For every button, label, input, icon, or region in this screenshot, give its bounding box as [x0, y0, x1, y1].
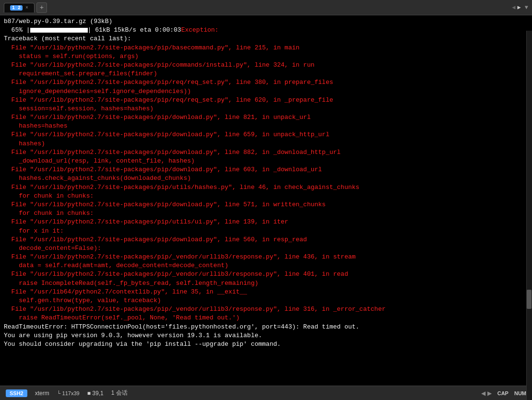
terminal-wrapper: b87/web.py-0.39.tar.gz (93kB) 65% || 61k… [0, 15, 532, 386]
tab-close-button[interactable]: × [25, 5, 28, 11]
tab-container: 1 2 × + [4, 2, 47, 13]
status-arrow-left[interactable]: ◀ [481, 390, 485, 397]
terminal[interactable]: b87/web.py-0.39.tar.gz (93kB) 65% || 61k… [0, 15, 532, 386]
title-bar-right: ◀ ▶ ▼ [512, 4, 528, 11]
ssh2-label: SSH2 [6, 389, 27, 397]
traceback-line-19: File "/usr/lib/python2.7/site-packages/p… [4, 201, 326, 208]
traceback-line-1: File "/usr/lib/python2.7/site-packages/p… [4, 44, 299, 51]
xterm-label: xterm [35, 390, 49, 397]
session-count: 1 会话 [111, 389, 128, 397]
traceback-line-16: hashes.check_against_chunks(downloaded_c… [4, 175, 191, 182]
scrollbar-thumb[interactable] [527, 290, 532, 309]
status-bar: SSH2 xterm └ 117x39 ■ 39,1 1 会话 ◀ ▶ CAP … [0, 386, 532, 400]
traceback-header: Traceback (most recent call last): [4, 35, 131, 42]
traceback-line-13: File "/usr/lib/python2.7/site-packages/p… [4, 149, 341, 156]
nav-arrows: ◀ ▶ [512, 4, 520, 11]
nav-right-arrow[interactable]: ▶ [518, 4, 521, 11]
terminal-dimensions: └ 117x39 [57, 390, 80, 396]
traceback-line-28: raise IncompleteRead(self._fp_bytes_read… [4, 280, 259, 287]
traceback-line-22: for x in it: [4, 227, 64, 235]
new-tab-button[interactable]: + [36, 2, 47, 13]
traceback-line-20: for chunk in chunks: [4, 210, 94, 217]
traceback-line-23: File "/usr/lib/python2.7/site-packages/p… [4, 236, 307, 243]
traceback-line-31: File "/usr/lib/python2.7/site-packages/p… [4, 306, 386, 313]
traceback-line-8: session=self.session, hashes=hashes) [4, 105, 154, 112]
cap-indicator: CAP [497, 390, 508, 396]
traceback-line-18: for chunk in chunks: [4, 192, 94, 200]
traceback-line-9: File "/usr/lib/python2.7/site-packages/p… [4, 114, 311, 121]
traceback-line-25: File "/usr/lib/python2.7/site-packages/p… [4, 253, 355, 260]
traceback-line-27: File "/usr/lib/python2.7/site-packages/p… [4, 271, 348, 278]
title-bar: 1 2 × + ◀ ▶ ▼ [0, 0, 532, 15]
traceback-line-29: File "/usr/lib64/python2.7/contextlib.py… [4, 288, 247, 295]
progress-line: 65% || 61kB 15kB/s eta 0:00:03 [4, 26, 181, 34]
pip-upgrade-line: You should consider upgrading via the 'p… [4, 341, 281, 348]
ssh2-section: SSH2 [6, 389, 27, 397]
traceback-line-30: self.gen.throw(type, value, traceback) [4, 297, 161, 304]
tab-number: 1 2 [10, 5, 23, 11]
traceback-line-15: File "/usr/lib/python2.7/site-packages/p… [4, 166, 322, 173]
dropdown-arrow[interactable]: ▼ [525, 4, 528, 11]
traceback-line-6: ignore_dependencies=self.ignore_dependen… [4, 88, 191, 95]
traceback-line-32: raise ReadTimeoutError(self._pool, None,… [4, 314, 239, 321]
cursor-position: ■ 39,1 [87, 390, 104, 397]
pip-version-line: You are using pip version 9.0.3, however… [4, 332, 262, 339]
num-indicator: NUM [514, 390, 526, 396]
traceback-line-26: data = self.read(amt=amt, decode_content… [4, 262, 228, 269]
traceback-line-4: requirement_set.prepare_files(finder) [4, 70, 157, 77]
traceback-line-24: decode_content=False): [4, 245, 101, 252]
traceback-line-7: File "/usr/lib/python2.7/site-packages/p… [4, 96, 333, 104]
traceback-line-17: File "/usr/lib/python2.7/site-packages/p… [4, 184, 359, 191]
scrollbar[interactable] [526, 31, 532, 400]
status-arrow-right[interactable]: ▶ [487, 390, 492, 397]
traceback-line-12: hashes) [4, 140, 45, 147]
status-bar-right: ◀ ▶ CAP NUM [481, 390, 526, 397]
active-tab[interactable]: 1 2 × [4, 3, 35, 12]
progress-bar [30, 28, 88, 33]
traceback-line-3: File "/usr/lib/python2.7/site-packages/p… [4, 61, 315, 69]
status-arrows: ◀ ▶ [481, 390, 492, 397]
file-info: b87/web.py-0.39.tar.gz (93kB) [4, 18, 112, 25]
traceback-line-21: File "/usr/lib/python2.7/site-packages/p… [4, 218, 288, 225]
traceback-line-14: _download_url(resp, link, content_file, … [4, 157, 195, 165]
nav-left-arrow[interactable]: ◀ [512, 4, 515, 11]
timeout-error-line: ReadTimeoutError: HTTPSConnectionPool(ho… [4, 323, 359, 330]
traceback-line-2: status = self.run(options, args) [4, 53, 139, 60]
traceback-line-5: File "/usr/lib/python2.7/site-packages/p… [4, 79, 333, 86]
traceback-line-11: File "/usr/lib/python2.7/site-packages/p… [4, 131, 330, 138]
traceback-line-10: hashes=hashes [4, 122, 68, 129]
exception-label: Exception: [181, 26, 219, 34]
